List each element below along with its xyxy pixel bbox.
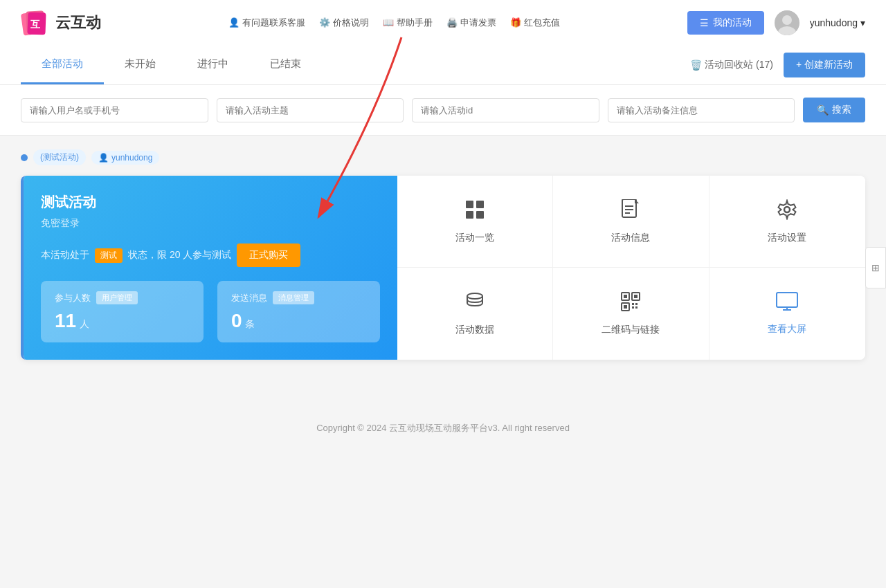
footer: Copyright © 2024 云互动现场互动服务平台v3. All righ… — [0, 401, 886, 455]
avatar — [775, 10, 799, 35]
nav-invoice[interactable]: 🖨️ 申请发票 — [446, 17, 496, 29]
svg-rect-10 — [476, 211, 484, 219]
side-toggle-button[interactable]: ⊞ — [865, 247, 886, 288]
svg-rect-11 — [622, 199, 636, 217]
action-label-list: 活动一览 — [455, 232, 494, 244]
messages-label: 发送消息 消息管理 — [231, 291, 366, 304]
search-theme-input[interactable] — [217, 98, 404, 122]
activity-status: 本活动处于 测试 状态，限 20 人参与测试 正式购买 — [41, 244, 380, 267]
svg-rect-23 — [632, 303, 634, 305]
search-bar: 🔍 搜索 — [0, 85, 886, 136]
svg-rect-8 — [476, 201, 484, 208]
svg-rect-25 — [632, 306, 634, 309]
svg-point-16 — [467, 293, 482, 299]
tabs: 全部活动 未开始 进行中 已结束 — [21, 45, 690, 84]
search-icon: 🔍 — [817, 104, 829, 116]
list-icon: ☰ — [700, 17, 709, 28]
participants-value: 11 人 — [55, 310, 190, 332]
action-activity-data[interactable]: 活动数据 — [397, 268, 553, 360]
message-manage-button[interactable]: 消息管理 — [273, 291, 314, 304]
filter-dot — [21, 154, 28, 161]
gift-icon: 🎁 — [510, 17, 521, 28]
svg-point-5 — [782, 15, 792, 25]
user-tag-icon: 👤 — [98, 153, 109, 163]
search-id-input[interactable] — [412, 98, 599, 122]
action-label-qrcode: 二维码与链接 — [602, 324, 660, 336]
participants-stat: 参与人数 用户管理 11 人 — [41, 281, 204, 342]
activity-subtitle: 免密登录 — [41, 217, 380, 230]
filter-tag-activity[interactable]: (测试活动) — [33, 149, 86, 165]
create-activity-button[interactable]: + 创建新活动 — [784, 53, 865, 77]
logo-text: 云互动 — [55, 12, 101, 33]
svg-rect-9 — [466, 211, 473, 219]
search-username-input[interactable] — [21, 98, 208, 122]
buy-button[interactable]: 正式购买 — [237, 244, 300, 267]
recycle-bin-button[interactable]: 🗑️ 活动回收站 (17) — [690, 59, 773, 71]
action-label-settings: 活动设置 — [768, 232, 806, 244]
user-manage-button[interactable]: 用户管理 — [96, 291, 138, 304]
svg-rect-18 — [624, 295, 627, 298]
monitor-icon — [776, 292, 798, 316]
nav-recharge[interactable]: 🎁 红包充值 — [510, 17, 560, 29]
tab-bar: 全部活动 未开始 进行中 已结束 🗑️ 活动回收站 (17) + 创建新活动 — [0, 45, 886, 85]
logo[interactable]: 互 云互动 — [21, 8, 101, 37]
svg-rect-24 — [635, 303, 638, 305]
book-icon: 📖 — [383, 17, 394, 28]
card-right-panel: 活动一览 活动信息 — [397, 176, 865, 360]
gear-small-icon: ⚙️ — [319, 17, 330, 28]
card-stats: 参与人数 用户管理 11 人 发送消息 — [41, 281, 380, 342]
header-right: ☰ 我的活动 yunhudong ▾ — [687, 10, 865, 35]
svg-text:互: 互 — [30, 19, 41, 30]
svg-rect-22 — [624, 305, 627, 309]
svg-point-15 — [784, 207, 790, 212]
action-activity-info[interactable]: 活动信息 — [553, 176, 709, 268]
action-label-bigscreen: 查看大屏 — [768, 323, 806, 336]
search-button[interactable]: 🔍 搜索 — [803, 98, 865, 122]
action-label-info: 活动信息 — [611, 232, 650, 244]
svg-rect-27 — [777, 293, 797, 307]
activity-card: 测试活动 免密登录 本活动处于 测试 状态，限 20 人参与测试 正式购买 参与… — [21, 176, 865, 360]
messages-value: 0 条 — [231, 310, 366, 332]
printer-icon: 🖨️ — [446, 17, 458, 28]
recycle-icon: 🗑️ — [690, 59, 702, 71]
toggle-grid-icon: ⊞ — [871, 262, 880, 273]
tab-all[interactable]: 全部活动 — [21, 45, 104, 84]
user-menu[interactable]: yunhudong ▾ — [810, 17, 865, 28]
header: 互 云互动 👤 有问题联系客服 ⚙️ 价格说明 📖 帮助手册 🖨️ 申请发票 🎁… — [0, 0, 886, 45]
tab-not-started[interactable]: 未开始 — [104, 45, 177, 84]
action-bigscreen[interactable]: 查看大屏 — [709, 268, 865, 360]
activity-title: 测试活动 — [41, 193, 380, 212]
nav-links: 👤 有问题联系客服 ⚙️ 价格说明 📖 帮助手册 🖨️ 申请发票 🎁 红包充值 — [101, 17, 687, 29]
tab-ended[interactable]: 已结束 — [249, 45, 322, 84]
main-content: (测试活动) 👤 yunhudong 测试活动 免密登录 本活动处于 测试 状态… — [0, 136, 886, 374]
filter-tags: (测试活动) 👤 yunhudong — [21, 149, 865, 165]
nav-help[interactable]: 📖 帮助手册 — [383, 17, 433, 29]
filter-tag-user[interactable]: 👤 yunhudong — [91, 151, 159, 165]
nav-pricing[interactable]: ⚙️ 价格说明 — [319, 17, 369, 29]
person-icon: 👤 — [228, 17, 239, 28]
tab-in-progress[interactable]: 进行中 — [177, 45, 249, 84]
avatar-icon — [775, 10, 799, 35]
grid-icon — [464, 199, 485, 225]
settings-icon — [777, 199, 797, 225]
logo-icon: 互 — [21, 8, 50, 37]
participants-label: 参与人数 用户管理 — [55, 291, 190, 304]
qr-icon — [620, 291, 641, 317]
doc-icon — [621, 199, 640, 225]
search-note-input[interactable] — [608, 98, 795, 122]
nav-customer-service[interactable]: 👤 有问题联系客服 — [228, 17, 305, 29]
action-activity-list[interactable]: 活动一览 — [397, 176, 553, 268]
tab-actions: 🗑️ 活动回收站 (17) + 创建新活动 — [690, 53, 865, 77]
status-badge: 测试 — [95, 248, 123, 263]
svg-rect-20 — [634, 295, 638, 298]
db-icon — [464, 291, 485, 317]
action-activity-settings[interactable]: 活动设置 — [709, 176, 865, 268]
action-qrcode[interactable]: 二维码与链接 — [553, 268, 709, 360]
action-label-data: 活动数据 — [455, 324, 494, 336]
messages-stat: 发送消息 消息管理 0 条 — [217, 281, 380, 342]
my-activity-button[interactable]: ☰ 我的活动 — [687, 11, 764, 35]
svg-rect-7 — [466, 201, 473, 208]
card-left-panel: 测试活动 免密登录 本活动处于 测试 状态，限 20 人参与测试 正式购买 参与… — [24, 176, 397, 360]
activity-card-wrapper: 测试活动 免密登录 本活动处于 测试 状态，限 20 人参与测试 正式购买 参与… — [21, 176, 865, 360]
svg-rect-26 — [635, 306, 638, 309]
